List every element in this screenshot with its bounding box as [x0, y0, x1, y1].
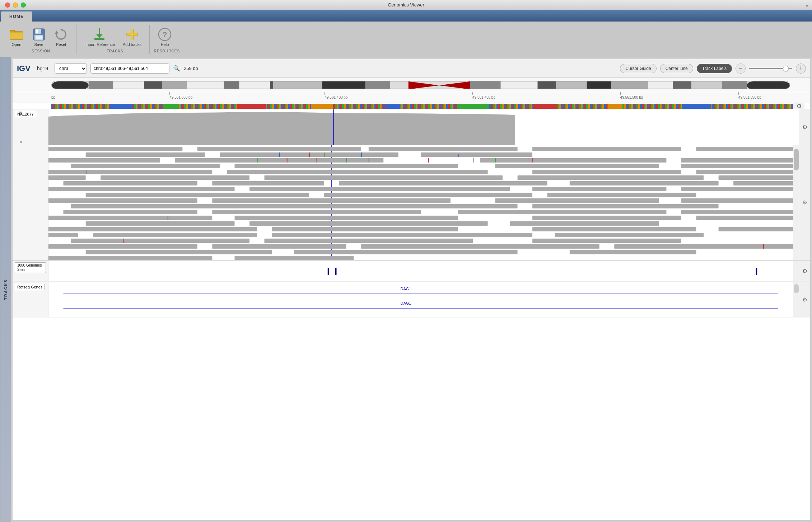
svg-rect-134 — [168, 216, 168, 220]
sequence-settings-btn[interactable]: ⚙ — [793, 103, 804, 109]
refseq-content[interactable]: DAG1 — [48, 282, 793, 318]
svg-rect-143 — [48, 227, 257, 231]
coverage-settings-btn[interactable]: ⚙ — [799, 109, 810, 145]
svg-rect-150 — [93, 233, 257, 237]
scrollbar-thumb[interactable] — [794, 149, 799, 170]
track-1000genomes: 1000 Genomes Sites ⚙ — [13, 260, 810, 282]
svg-rect-67 — [279, 152, 280, 157]
svg-rect-86 — [71, 164, 220, 168]
svg-rect-85 — [532, 158, 533, 163]
open-button[interactable]: Open — [6, 25, 27, 49]
track-na12877-coverage: NA12877 78 0 ⚙ — [13, 109, 810, 145]
svg-text:?: ? — [162, 30, 167, 39]
reads-settings-btn[interactable]: ⚙ — [799, 145, 810, 260]
gear-icon-reads: ⚙ — [802, 199, 807, 206]
svg-rect-137 — [532, 216, 681, 220]
ideogram-bar[interactable] — [51, 81, 790, 89]
svg-rect-149 — [48, 233, 78, 237]
save-button[interactable]: Save — [28, 25, 50, 49]
svg-rect-175 — [335, 268, 336, 275]
svg-rect-34 — [611, 81, 648, 89]
svg-rect-104 — [212, 181, 324, 185]
save-icon — [32, 27, 46, 42]
maximize-button[interactable] — [21, 3, 26, 8]
svg-rect-29 — [470, 81, 501, 89]
reads-content[interactable] — [48, 145, 793, 260]
svg-rect-119 — [212, 198, 451, 203]
reads-scrollbar[interactable] — [793, 145, 799, 260]
chromosome-select[interactable]: chr3 — [55, 64, 87, 74]
minimize-button[interactable] — [13, 3, 18, 8]
sites-content[interactable] — [48, 261, 793, 282]
svg-rect-20 — [224, 81, 239, 89]
gear-icon-sites: ⚙ — [802, 268, 807, 274]
help-label: Help — [161, 42, 169, 47]
svg-rect-75 — [480, 158, 667, 163]
track-label-na12877: NA12877 78 0 — [13, 109, 48, 145]
import-reference-button[interactable]: Import Reference — [81, 25, 118, 49]
tab-home[interactable]: HOME — [1, 11, 32, 22]
svg-rect-152 — [272, 233, 532, 237]
svg-rect-46 — [163, 104, 177, 109]
y-axis-min: 0 — [20, 140, 22, 144]
close-button[interactable] — [5, 3, 10, 8]
svg-rect-171 — [48, 256, 212, 260]
svg-rect-106 — [570, 181, 719, 185]
svg-rect-25 — [322, 81, 365, 89]
svg-rect-145 — [272, 227, 458, 231]
toolbar: Open Save Reset SE — [0, 22, 812, 57]
main-area: TRACKS IGV hg19 chr3 🔍 259 bp Cursor Gui… — [0, 57, 812, 522]
add-tracks-label: Add tracks — [123, 42, 141, 47]
refseq-scroll-thumb[interactable] — [794, 284, 799, 293]
svg-rect-121 — [495, 198, 659, 203]
svg-rect-103 — [63, 181, 197, 185]
svg-rect-48 — [311, 104, 333, 109]
igv-header: IGV hg19 chr3 🔍 259 bp Cursor Guide Cent… — [13, 59, 810, 78]
svg-rect-15 — [89, 81, 113, 89]
track-labels-button[interactable]: Track Labels — [697, 64, 732, 73]
cursor-guide-button[interactable]: Cursor Guide — [620, 64, 656, 73]
zoom-slider[interactable] — [749, 68, 792, 69]
svg-rect-174 — [328, 268, 329, 275]
toolbar-collapse-button[interactable]: ▲ — [803, 1, 811, 9]
import-icon — [92, 27, 107, 42]
center-line-button[interactable]: Center Line — [660, 64, 693, 73]
refseq-settings-btn[interactable]: ⚙ — [799, 282, 810, 317]
resources-label: RESOURCES — [154, 49, 180, 53]
svg-rect-50 — [459, 104, 489, 109]
svg-rect-69 — [324, 152, 325, 157]
add-tracks-button[interactable]: Add tracks — [119, 25, 145, 49]
svg-rect-33 — [587, 81, 612, 89]
zoom-slider-thumb[interactable] — [783, 66, 789, 71]
svg-rect-39 — [747, 81, 790, 89]
coverage-content[interactable] — [48, 109, 799, 145]
chromosome-ideogram[interactable] — [13, 78, 810, 92]
gear-icon-coverage: ⚙ — [802, 124, 807, 131]
sites-settings-btn[interactable]: ⚙ — [799, 261, 810, 281]
search-icon[interactable]: 🔍 — [173, 65, 180, 72]
track-na12877-reads: ⚙ — [13, 145, 810, 260]
svg-rect-63 — [86, 152, 205, 157]
svg-rect-139 — [86, 221, 235, 226]
svg-rect-53 — [682, 104, 711, 109]
locus-input[interactable] — [90, 64, 169, 74]
svg-rect-51 — [533, 104, 556, 109]
ruler-label-5: 49,561,550 bp — [738, 95, 761, 99]
svg-rect-92 — [86, 170, 87, 174]
svg-rect-91 — [48, 170, 212, 174]
svg-rect-52 — [608, 104, 622, 109]
zoom-minus-button[interactable]: − — [736, 64, 746, 74]
help-button[interactable]: ? Help — [154, 25, 176, 49]
svg-rect-68 — [309, 152, 310, 157]
zoom-plus-button[interactable]: + — [796, 64, 806, 74]
svg-rect-168 — [294, 250, 517, 254]
svg-rect-76 — [681, 158, 793, 163]
title-bar: Genomics Viewer — [0, 0, 812, 10]
tracks-sidebar: TRACKS — [0, 57, 11, 522]
svg-rect-128 — [63, 210, 197, 214]
svg-rect-164 — [614, 244, 793, 249]
svg-text:DAG1: DAG1 — [401, 287, 411, 291]
reset-button[interactable]: Reset — [50, 25, 72, 49]
window-controls[interactable] — [5, 3, 26, 8]
genome-ruler: bp 49,561,350 bp 49,561,400 bp 49,561,45… — [13, 92, 810, 103]
